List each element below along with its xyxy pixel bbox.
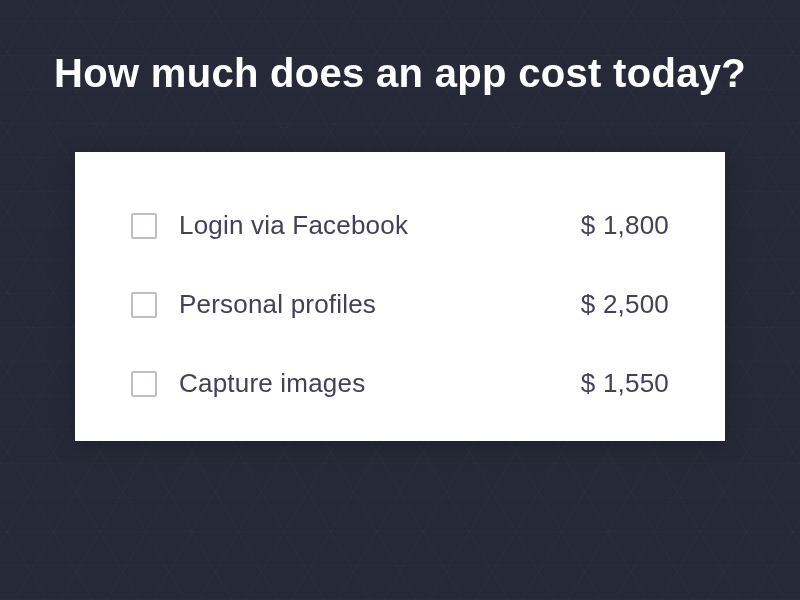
option-label: Personal profiles — [179, 289, 549, 320]
option-price: $ 1,550 — [549, 368, 669, 399]
option-price: $ 1,800 — [549, 210, 669, 241]
option-row: Personal profiles $ 2,500 — [131, 289, 669, 320]
option-label: Login via Facebook — [179, 210, 549, 241]
option-price: $ 2,500 — [549, 289, 669, 320]
checkbox-personal-profiles[interactable] — [131, 292, 157, 318]
option-row: Capture images $ 1,550 — [131, 368, 669, 399]
checkbox-login-facebook[interactable] — [131, 213, 157, 239]
option-label: Capture images — [179, 368, 549, 399]
page-title: How much does an app cost today? — [54, 48, 746, 98]
option-row: Login via Facebook $ 1,800 — [131, 210, 669, 241]
pricing-card: Login via Facebook $ 1,800 Personal prof… — [75, 152, 725, 441]
checkbox-capture-images[interactable] — [131, 371, 157, 397]
